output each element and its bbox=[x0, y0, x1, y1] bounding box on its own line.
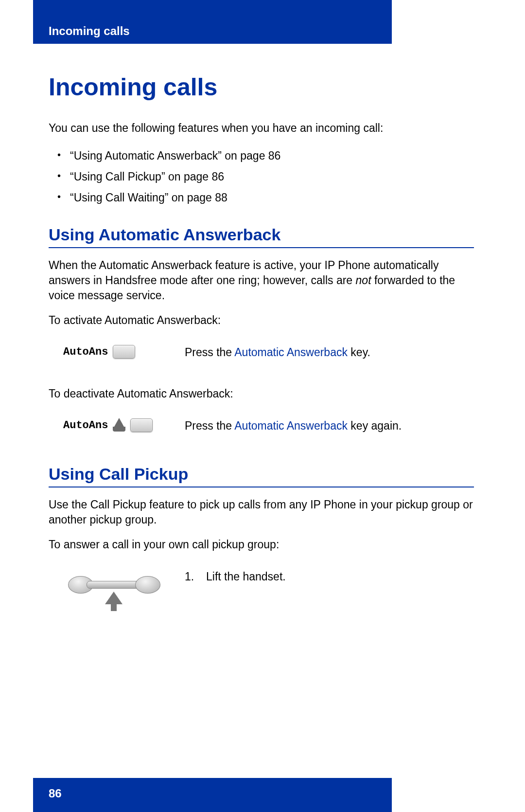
emphasis-not: not bbox=[356, 274, 371, 287]
step-activate: AutoAns Press the Automatic Answerback k… bbox=[49, 345, 474, 374]
footer-bar: 86 bbox=[33, 778, 392, 812]
key-illustration: AutoAns bbox=[49, 418, 175, 432]
softkey-icon bbox=[113, 345, 135, 359]
step-text: Press the Automatic Answerback key again… bbox=[175, 418, 474, 433]
page-title: Incoming calls bbox=[49, 73, 474, 101]
step-instruction: Lift the handset. bbox=[206, 569, 286, 584]
list-item: “Using Call Waiting” on page 88 bbox=[49, 187, 474, 208]
section-heading-callpickup: Using Call Pickup bbox=[49, 465, 474, 487]
page-content: Incoming calls You can use the following… bbox=[49, 58, 474, 625]
busy-indicator-icon bbox=[113, 419, 125, 432]
feature-list: “Using Automatic Answerback” on page 86 … bbox=[49, 145, 474, 208]
handset-icon bbox=[68, 573, 160, 594]
step-number: 1. bbox=[185, 569, 206, 584]
page-number: 86 bbox=[49, 787, 62, 800]
activate-intro: To activate Automatic Answerback: bbox=[49, 313, 474, 328]
callpickup-intro: To answer a call in your own call pickup… bbox=[49, 537, 474, 552]
handset-illustration bbox=[49, 569, 175, 613]
feature-name-link: Automatic Answerback bbox=[234, 419, 348, 432]
softkey-label: AutoAns bbox=[63, 419, 108, 432]
callpickup-description: Use the Call Pickup feature to pick up c… bbox=[49, 497, 474, 527]
list-item: “Using Automatic Answerback” on page 86 bbox=[49, 145, 474, 166]
answerback-description: When the Automatic Answerback feature is… bbox=[49, 258, 474, 303]
step-text: Press the Automatic Answerback key. bbox=[175, 345, 474, 360]
list-item: “Using Call Pickup” on page 86 bbox=[49, 166, 474, 187]
intro-paragraph: You can use the following features when … bbox=[49, 121, 474, 136]
step-deactivate: AutoAns Press the Automatic Answerback k… bbox=[49, 418, 474, 448]
up-arrow-icon bbox=[105, 592, 122, 604]
softkey-label: AutoAns bbox=[63, 346, 108, 358]
feature-name-link: Automatic Answerback bbox=[234, 346, 348, 359]
step-lift-handset: 1. Lift the handset. bbox=[49, 569, 474, 613]
key-illustration: AutoAns bbox=[49, 345, 175, 359]
running-title: Incoming calls bbox=[49, 24, 130, 37]
manual-page: Incoming calls Incoming calls You can us… bbox=[0, 0, 525, 812]
step-text: 1. Lift the handset. bbox=[175, 569, 474, 584]
deactivate-intro: To deactivate Automatic Answerback: bbox=[49, 386, 474, 401]
section-heading-answerback: Using Automatic Answerback bbox=[49, 225, 474, 248]
header-bar: Incoming calls bbox=[33, 0, 392, 44]
softkey-icon bbox=[130, 418, 153, 432]
